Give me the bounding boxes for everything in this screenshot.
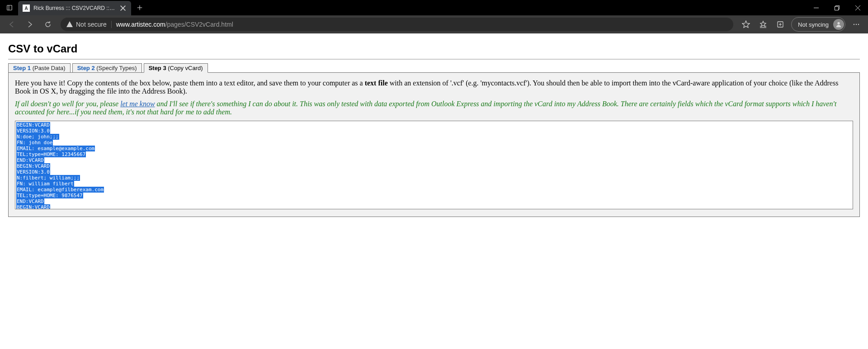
note-text: If all doesn't go well for you, please l…: [15, 100, 853, 116]
security-badge[interactable]: Not secure: [66, 21, 107, 28]
window-restore-button[interactable]: [826, 0, 847, 15]
security-label: Not secure: [76, 21, 107, 28]
tab-close-icon[interactable]: [119, 5, 127, 12]
url-text: www.artistec.com/pages/CSV2vCard.html: [116, 21, 233, 28]
vcard-line: EMAIL: ecample@filberexam.com: [16, 187, 852, 193]
svg-marker-10: [66, 21, 73, 27]
user-avatar-icon[interactable]: [833, 19, 844, 30]
svg-point-20: [854, 24, 854, 25]
collections-icon[interactable]: [772, 17, 788, 32]
nav-refresh-button[interactable]: [40, 17, 56, 32]
vcard-line: N:doe; john;;;: [16, 134, 852, 140]
intro-text: Here you have it! Copy the contents of t…: [15, 79, 853, 95]
divider: [111, 21, 112, 28]
hr: [8, 59, 860, 60]
new-tab-button[interactable]: [133, 1, 146, 14]
svg-rect-7: [835, 6, 838, 10]
vcard-output-textarea[interactable]: BEGIN:VCARDVERSION:3.0N:doe; john;;;FN: …: [15, 121, 853, 209]
step3-panel: Here you have it! Copy the contents of t…: [8, 72, 860, 217]
page-content: CSV to vCard Step 1 (Paste Data) Step 2 …: [0, 33, 868, 223]
vcard-line: VERSION:3.0: [16, 128, 852, 134]
tab-step-1[interactable]: Step 1 (Paste Data): [8, 63, 71, 73]
vcard-line: BEGIN:VCARD: [16, 204, 852, 209]
tab-step-2[interactable]: Step 2 (Specify Types): [72, 63, 142, 73]
address-bar[interactable]: Not secure www.artistec.com/pages/CSV2vC…: [61, 18, 733, 31]
url-path: /pages/CSV2vCard.html: [165, 21, 233, 28]
svg-point-22: [858, 24, 859, 25]
let-me-know-link[interactable]: let me know: [120, 100, 155, 108]
vcard-line: TEL;type=HOME: 9876547: [16, 193, 852, 198]
browser-tab[interactable]: A Rick Burress ::: CSV2VCARD ::: Art: [18, 1, 131, 15]
vcard-line: END:VCARD: [16, 198, 852, 204]
tab-step-3[interactable]: Step 3 (Copy vCard): [144, 63, 208, 73]
favorites-list-icon[interactable]: [755, 17, 771, 32]
svg-point-19: [837, 22, 840, 24]
vcard-line: END:VCARD: [16, 157, 852, 163]
svg-marker-11: [742, 21, 750, 28]
vcard-line: TEL;type=HOME: 12345667: [16, 151, 852, 157]
vcard-line: EMAIL: esample@example.com: [16, 146, 852, 151]
url-host: www.artistec.com: [116, 21, 165, 28]
svg-point-21: [856, 24, 857, 25]
tab-manager-button[interactable]: [3, 1, 16, 14]
browser-titlebar: A Rick Burress ::: CSV2VCARD ::: Art: [0, 0, 868, 15]
sync-pill[interactable]: Not syncing: [791, 17, 845, 32]
step-tabs: Step 1 (Paste Data) Step 2 (Specify Type…: [8, 63, 860, 73]
favorite-star-icon[interactable]: [738, 17, 754, 32]
nav-back-button[interactable]: [4, 17, 20, 32]
nav-forward-button[interactable]: [22, 17, 38, 32]
svg-marker-12: [760, 21, 766, 27]
vcard-line: FN: william filbert: [16, 181, 852, 187]
page-title: CSV to vCard: [8, 42, 860, 55]
vcard-line: FN: john doe: [16, 140, 852, 146]
sync-label: Not syncing: [798, 21, 829, 28]
vcard-line: N:filbert; william;;;: [16, 175, 852, 181]
tab-title: Rick Burress ::: CSV2VCARD ::: Art: [33, 5, 116, 11]
vcard-line: VERSION:3.0: [16, 169, 852, 175]
vcard-line: BEGIN:VCARD: [16, 122, 852, 128]
more-menu-icon[interactable]: [848, 17, 864, 32]
favicon: A: [23, 5, 30, 12]
window-close-button[interactable]: [847, 0, 868, 15]
window-minimize-button[interactable]: [806, 0, 826, 15]
browser-toolbar: Not secure www.artistec.com/pages/CSV2vC…: [0, 15, 868, 33]
vcard-line: BEGIN:VCARD: [16, 163, 852, 169]
svg-rect-0: [7, 5, 12, 10]
